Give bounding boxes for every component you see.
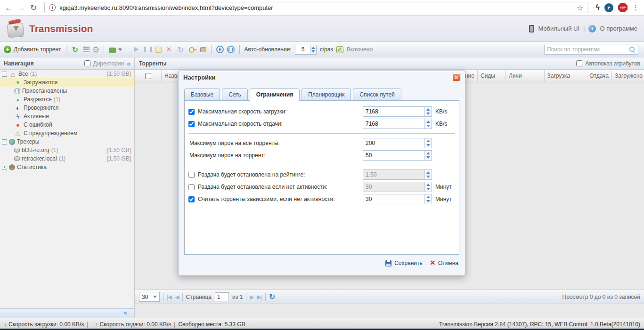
- browser-menu-icon[interactable]: ⋮: [632, 3, 639, 12]
- move-data-button[interactable]: [200, 47, 206, 52]
- idle-stalled-checkbox[interactable]: [188, 196, 195, 202]
- dialog-header[interactable]: Настройки: [179, 71, 465, 84]
- spinner-buttons[interactable]: [424, 119, 432, 129]
- settings-button[interactable]: [93, 47, 99, 53]
- verify-button[interactable]: [188, 45, 197, 54]
- tree-item-error[interactable]: С ошибкой: [0, 121, 134, 129]
- seed-ratio-field[interactable]: [363, 169, 432, 180]
- start-torrent-button[interactable]: [132, 45, 140, 54]
- spinner-buttons[interactable]: [424, 170, 432, 179]
- page-info-icon[interactable]: i: [49, 4, 56, 11]
- idle-stop-checkbox[interactable]: [188, 184, 195, 190]
- close-icon[interactable]: [452, 73, 460, 81]
- prev-page-button[interactable]: [175, 294, 179, 300]
- edit-torrent-button[interactable]: [155, 47, 162, 53]
- browser-forward-button[interactable]: →: [17, 4, 25, 12]
- max-upload-input[interactable]: [363, 119, 424, 129]
- idle-stop-input[interactable]: [363, 182, 424, 192]
- directories-checkbox[interactable]: [84, 60, 90, 66]
- spinner-buttons[interactable]: [424, 194, 432, 204]
- tab-paths[interactable]: Список путей: [353, 89, 401, 101]
- page-size-select[interactable]: 30: [139, 292, 160, 302]
- spin-down-icon[interactable]: [426, 144, 430, 146]
- tree-item-active[interactable]: Активные: [0, 112, 134, 121]
- autoshow-attributes-checkbox[interactable]: [576, 60, 582, 66]
- url-text[interactable]: kgiga3.mykeenetic.ru:8090/transmission/w…: [59, 4, 573, 11]
- add-torrent-button[interactable]: Добавить торрент: [4, 46, 61, 53]
- spin-up-icon[interactable]: [426, 196, 430, 198]
- spin-down-icon[interactable]: [426, 125, 430, 127]
- column-done[interactable]: Загружено: [612, 70, 644, 82]
- bookmark-star-icon[interactable]: ☆: [577, 3, 583, 12]
- tree-item-checking[interactable]: Проверяются: [0, 104, 134, 112]
- expand-expander-icon[interactable]: [2, 165, 7, 170]
- tab-basic[interactable]: Базовые: [184, 89, 220, 101]
- peers-all-field[interactable]: [363, 138, 432, 148]
- spinner-buttons[interactable]: [310, 45, 316, 54]
- sidebar-collapse-bar[interactable]: «: [0, 308, 134, 318]
- spin-up-icon[interactable]: [426, 121, 430, 123]
- tab-limits[interactable]: Ограничения: [250, 89, 300, 101]
- browser-back-button[interactable]: ←: [5, 4, 13, 12]
- server-button[interactable]: [83, 47, 90, 53]
- tree-item-warning[interactable]: С предупреждением: [0, 129, 134, 137]
- select-all-checkbox[interactable]: [145, 73, 151, 79]
- next-page-button[interactable]: [250, 294, 253, 300]
- idle-stalled-field[interactable]: [363, 194, 432, 204]
- spinner-buttons[interactable]: [424, 107, 432, 116]
- spinner-buttons[interactable]: [424, 182, 432, 192]
- remove-torrent-button[interactable]: [165, 45, 173, 54]
- about-link[interactable]: О программе: [600, 25, 637, 32]
- spin-down-icon[interactable]: [426, 156, 430, 159]
- last-page-button[interactable]: [257, 294, 261, 300]
- peers-all-input[interactable]: [363, 138, 424, 148]
- max-upload-field[interactable]: [363, 119, 432, 129]
- peers-torrent-input[interactable]: [363, 151, 424, 160]
- idle-stalled-input[interactable]: [363, 194, 424, 204]
- max-download-input[interactable]: [363, 107, 424, 116]
- mobile-ui-link[interactable]: Мобильный UI: [538, 25, 579, 32]
- spin-down-icon[interactable]: [426, 200, 430, 202]
- labels-menu-button[interactable]: [109, 46, 122, 53]
- lightning-extension-icon[interactable]: ϟ: [596, 3, 600, 12]
- torrent-search-box[interactable]: [544, 45, 638, 55]
- spin-up-icon[interactable]: [311, 47, 315, 49]
- e-extension-icon[interactable]: e: [604, 3, 613, 12]
- column-upload[interactable]: Отдача: [573, 70, 612, 82]
- spinner-buttons[interactable]: [424, 138, 432, 148]
- seed-ratio-checkbox[interactable]: [188, 172, 195, 178]
- address-bar[interactable]: i kgiga3.mykeenetic.ru:8090/transmission…: [44, 2, 588, 13]
- save-button[interactable]: Сохранить: [385, 260, 423, 266]
- column-seeds[interactable]: Сиды: [478, 70, 506, 82]
- auto-refresh-enabled-checkbox[interactable]: [336, 46, 343, 53]
- cancel-button[interactable]: Отмена: [430, 259, 458, 267]
- first-page-button[interactable]: [167, 294, 171, 300]
- spin-up-icon[interactable]: [426, 140, 430, 142]
- tab-scheduler[interactable]: Планировщик: [302, 89, 351, 101]
- reannounce-button[interactable]: [177, 45, 185, 54]
- collapse-expander-icon[interactable]: [2, 72, 7, 77]
- tree-item-tracker-retracker[interactable]: retracker.local (1) [1.50 GB]: [0, 154, 134, 163]
- column-leechers[interactable]: Личи: [506, 70, 545, 82]
- pause-all-button[interactable]: [227, 46, 235, 53]
- max-upload-checkbox[interactable]: [188, 121, 195, 127]
- max-download-field[interactable]: [363, 106, 432, 117]
- tree-item-paused[interactable]: Приостановлены: [0, 87, 134, 95]
- start-all-button[interactable]: [216, 46, 224, 53]
- search-icon[interactable]: [629, 46, 636, 53]
- refresh-page-button[interactable]: [269, 292, 275, 301]
- tab-network[interactable]: Сеть: [222, 89, 248, 101]
- collapse-expander-icon[interactable]: [2, 139, 7, 145]
- tree-item-seeding[interactable]: Раздаются (1): [0, 95, 134, 104]
- page-number-input[interactable]: [215, 292, 229, 301]
- peers-torrent-field[interactable]: [363, 150, 432, 161]
- search-input[interactable]: [547, 46, 629, 53]
- collapse-sidebar-icon[interactable]: «: [127, 60, 130, 67]
- spin-down-icon[interactable]: [426, 113, 430, 115]
- spin-down-icon[interactable]: [426, 188, 430, 190]
- tree-item-downloading[interactable]: Загружаются: [0, 78, 134, 87]
- spin-up-icon[interactable]: [426, 184, 430, 186]
- collapse-up-icon[interactable]: «: [122, 311, 130, 315]
- pause-torrent-button[interactable]: [144, 45, 152, 54]
- spin-down-icon[interactable]: [311, 50, 315, 53]
